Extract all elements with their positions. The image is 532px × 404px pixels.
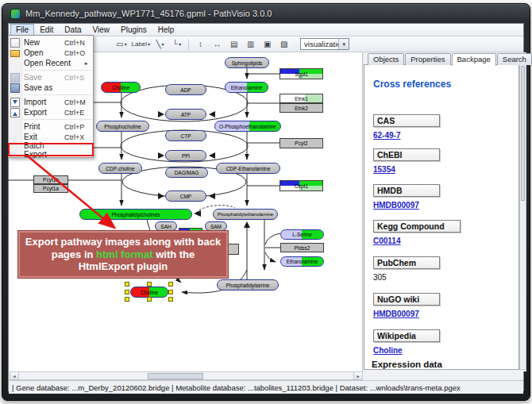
gene-node-pcyt1a[interactable]: Pcyt1a	[33, 184, 68, 193]
canvas-hscrollbar[interactable]: ◂ ▸	[10, 371, 363, 380]
selection-handle[interactable]	[168, 282, 173, 287]
gene-node-pcyt1b[interactable]: Pcyt1b	[33, 175, 68, 184]
page-setup-icon: ▣	[264, 40, 271, 48]
menu-item-export[interactable]: ExportCtrl+E	[9, 107, 93, 117]
nugo-link[interactable]: HMDB00097	[373, 310, 419, 318]
gene-node-etnk1[interactable]: Etnk1	[279, 94, 323, 103]
datanode-tool-button[interactable]: ▭▾	[115, 38, 129, 51]
dropdown-icon: ▾	[125, 41, 127, 47]
toolbar-separator	[188, 39, 189, 50]
selection-handle[interactable]	[168, 297, 173, 302]
node-ethanolamine-lower[interactable]: Ethanolamine	[280, 256, 324, 267]
tab-backpage[interactable]: Backpage	[452, 53, 496, 66]
gene-node-ptdss2[interactable]: Ptdss2	[280, 243, 324, 252]
selection-handle[interactable]	[147, 282, 152, 287]
menu-file[interactable]: File	[10, 24, 34, 36]
visualization-combobox[interactable]: visualization ▼	[300, 38, 349, 50]
node-phosphatidylcholines[interactable]: Phosphatidylcholines	[79, 209, 192, 220]
node-phosphocholine[interactable]: Phosphocholine	[96, 121, 149, 132]
scroll-left-icon[interactable]: ◂	[10, 372, 19, 379]
node-cmp[interactable]: CMP	[165, 190, 206, 202]
menu-view[interactable]: View	[87, 24, 115, 36]
node-phosphatidylserine[interactable]: Phosphatidylserine	[217, 279, 279, 290]
tab-objects[interactable]: Objects	[368, 53, 404, 65]
menu-item-batch-export[interactable]: Batch Export	[9, 144, 93, 156]
kegg-link[interactable]: C00114	[373, 237, 400, 245]
sidebar-scrollbar[interactable]	[519, 64, 526, 370]
align-middle-icon: ↔	[214, 40, 222, 48]
cross-references-heading: Cross references	[373, 79, 451, 90]
menu-data[interactable]: Data	[59, 24, 87, 36]
expression-data-heading: Expression data	[372, 360, 442, 369]
scrollbar-thumb[interactable]	[148, 373, 203, 379]
node-adp[interactable]: ADP	[165, 84, 206, 95]
menu-item-print[interactable]: PrintCtrl+P	[9, 121, 93, 132]
menu-item-save[interactable]: SaveCtrl+S	[9, 72, 93, 83]
title-bar[interactable]: Mm_Kennedy_pathway_WP1771_45176.gpml - P…	[2, 4, 530, 23]
node-l-serine[interactable]: L-Serine	[280, 229, 324, 240]
hmdb-link[interactable]: HMDB00097	[373, 201, 419, 210]
node-sphingolipids[interactable]: Sphingolipids	[225, 57, 269, 68]
line-tool-button[interactable]: ╲▾	[153, 38, 167, 51]
menu-separator	[23, 93, 91, 95]
backpage-panel: Cross references CAS 62-49-7 ChEBI 15354…	[364, 64, 519, 370]
tab-search[interactable]: Search	[497, 53, 532, 65]
menu-item-open[interactable]: OpenCtrl+O	[9, 48, 93, 58]
stack-rows-button[interactable]: ▤	[227, 38, 241, 51]
node-sah[interactable]: SAH	[155, 221, 177, 231]
xref-section-cas: CAS 62-49-7	[373, 114, 468, 141]
node-ethanolamine[interactable]: Ethanolamine	[225, 82, 268, 93]
label-tool-button[interactable]: Label▾	[132, 38, 151, 51]
node-ctp[interactable]: CTP	[165, 130, 206, 141]
scrollbar-thumb[interactable]	[521, 66, 525, 201]
node-cdp-ethanolamine[interactable]: CDP-Ethanolamine	[216, 163, 280, 174]
wikipedia-link[interactable]: Choline	[373, 346, 403, 355]
align-middle-button[interactable]: ↔	[210, 38, 224, 51]
stack-columns-button[interactable]: ▥	[244, 38, 257, 51]
gene-node-cept1[interactable]: Cept1	[279, 180, 323, 191]
save-icon	[10, 73, 20, 83]
selection-handle[interactable]	[125, 297, 129, 302]
pathvisio-window: Mm_Kennedy_pathway_WP1771_45176.gpml - P…	[0, 0, 532, 404]
visualization-dropdown-icon[interactable]: ▼	[338, 39, 349, 49]
selection-handle[interactable]	[125, 290, 129, 294]
connector-tool-button[interactable]: └▾	[170, 38, 183, 51]
menu-item-import[interactable]: ImportCtrl+M	[9, 97, 93, 107]
menu-item-open-recent[interactable]: Open Recent▸	[9, 58, 93, 68]
stack-columns-icon: ▥	[247, 40, 254, 48]
selection-handle[interactable]	[147, 297, 152, 302]
align-center-icon: ↕	[199, 40, 202, 48]
scroll-right-icon[interactable]: ▸	[353, 372, 362, 379]
menu-item-save-as[interactable]: Save as	[9, 83, 93, 93]
annotation-callout: Export pathway images along with back pa…	[18, 231, 228, 278]
tab-properties[interactable]: Properties	[405, 53, 450, 65]
cas-link[interactable]: 62-49-7	[373, 131, 400, 140]
node-atp[interactable]: ATP	[165, 109, 206, 120]
node-dag-mag[interactable]: DAG/MAG	[165, 167, 208, 178]
node-sam[interactable]: SAM	[205, 221, 227, 231]
node-choline-selected[interactable]: Choline	[130, 287, 168, 298]
gene-node-etnk2[interactable]: Etnk2	[279, 103, 323, 113]
page-setup-button[interactable]: ▣	[260, 38, 274, 51]
xref-header: HMDB	[373, 184, 440, 197]
gene-node-sgpl1[interactable]: Sgpl1	[279, 68, 323, 79]
chebi-link[interactable]: 15354	[373, 165, 395, 174]
node-cdp-choline[interactable]: CDP-choline	[98, 163, 142, 174]
xref-section-chebi: ChEBI 15354	[373, 148, 468, 175]
menu-edit[interactable]: Edit	[34, 24, 59, 36]
node-choline[interactable]: Choline	[101, 82, 141, 93]
align-center-button[interactable]: ↕	[194, 38, 207, 51]
selection-handle[interactable]	[168, 290, 173, 294]
export-image-button[interactable]: ▨	[277, 38, 291, 51]
xref-section-nugo: NuGO wiki HMDB00097	[373, 293, 468, 320]
menu-item-new[interactable]: NewCtrl+N	[9, 37, 93, 48]
gene-node-pcyt2[interactable]: Pcyt2	[279, 138, 323, 148]
app-icon	[10, 9, 21, 19]
node-o-phosphoethanolamine[interactable]: O-Phosphoethanolamine	[214, 121, 281, 132]
node-ppi[interactable]: PPi	[165, 150, 206, 161]
new-file-icon	[10, 38, 20, 48]
menu-help[interactable]: Help	[152, 24, 180, 36]
menu-plugins[interactable]: Plugins	[115, 24, 152, 36]
node-phosphatidylethanolamine[interactable]: Phosphatidylethanolamine	[213, 209, 278, 220]
selection-handle[interactable]	[125, 282, 129, 287]
